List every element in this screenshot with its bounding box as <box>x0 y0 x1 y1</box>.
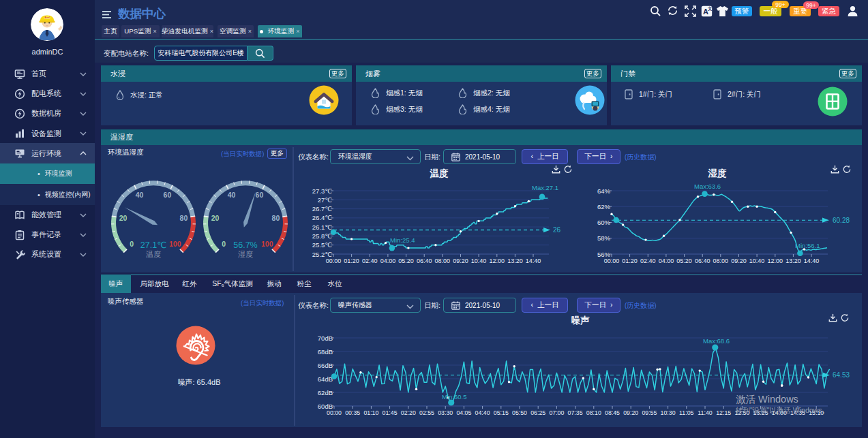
svg-text:文: 文 <box>707 6 713 11</box>
svg-text:Acrel: Acrel <box>44 16 50 19</box>
